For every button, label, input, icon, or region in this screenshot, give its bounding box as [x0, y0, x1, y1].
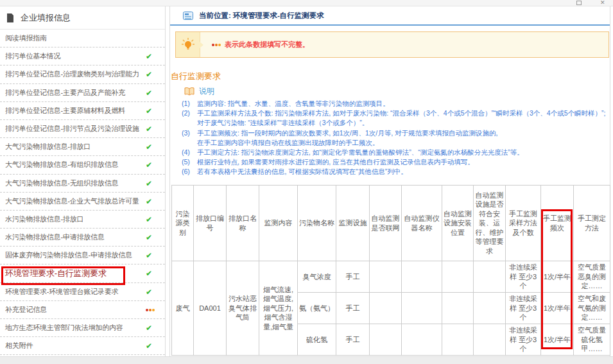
alert-icon-box — [176, 32, 200, 57]
check-icon: ✔ — [146, 179, 152, 188]
col-header-manual-method: 手工测定方法 — [574, 186, 610, 261]
bottom-strip — [0, 356, 613, 364]
annotation-box-frequency-column — [541, 209, 573, 349]
cell-sampling: 非连续采样 至少3个 — [506, 324, 541, 356]
incomplete-icon — [212, 44, 221, 46]
cell-auto-compliance — [474, 324, 506, 356]
cell-facility: 手工 — [336, 324, 370, 356]
breadcrumb: 当前位置: 环境管理要求-自行监测要求 — [170, 6, 610, 26]
col-header-auto-compliance: 自动监测设施是否符合安装、运行、维护等管理要求 — [474, 186, 506, 261]
sidebar-item-air-outlet[interactable]: 大气污染物排放信息-排放口✔ — [0, 138, 165, 156]
check-icon: ✔ — [146, 89, 152, 98]
check-icon: ✔ — [146, 342, 152, 351]
sidebar-item-water-apply[interactable]: 水污染物排放信息-申请排放信息✔ — [0, 229, 165, 247]
note-item: (3)手工监测频次: 指一段时期内的监测次数要求, 如1次/周、1次/月等, 对… — [182, 128, 610, 148]
check-icon: ✔ — [146, 52, 152, 61]
check-icon: ✔ — [146, 324, 152, 333]
cell-facility: 手工 — [336, 293, 370, 324]
col-header-outlet-no: 排放口编号 — [194, 186, 227, 261]
book-icon — [184, 87, 194, 96]
sidebar-item-supplementary-registration[interactable]: 补充登记信息 — [0, 301, 165, 319]
cell-sampling: 非连续采样 至少3个 — [506, 293, 541, 324]
col-header-auto-device-name: 自动监测仪器名称 — [402, 186, 442, 261]
check-icon: ✔ — [146, 143, 152, 152]
cell-outlet-name: 污水站恶臭气体排气筒 — [227, 261, 259, 356]
notes-list: (1)监测内容: 指气量、水量、温度、含氧量等非污染物的监测项目。 (2)手工监… — [182, 99, 610, 177]
check-icon: ✔ — [146, 197, 152, 206]
note-label: 说明 — [199, 86, 214, 97]
check-icon: ✔ — [146, 70, 152, 79]
check-icon: ✔ — [146, 233, 152, 242]
cell-sampling: 非连续采样 至少3个 — [506, 261, 541, 293]
alert-banner: 表示此条数据填写不完整。 — [175, 31, 609, 58]
window-maximize-icon[interactable] — [576, 1, 582, 5]
cell-auto-connected — [370, 324, 402, 356]
sidebar-item-registration-products[interactable]: 排污单位登记信息-主要产品及产能补充✔ — [0, 84, 165, 102]
alert-message-row: 表示此条数据填写不完整。 — [200, 32, 309, 57]
sidebar-item-air-organized[interactable]: 大气污染物排放信息-有组织排放信息✔ — [0, 156, 165, 174]
sidebar-item-basic-info[interactable]: 排污单位基本情况✔ — [0, 48, 165, 65]
col-header-manual-sampling: 手工监测采样方法及个数 — [506, 186, 541, 261]
note-item: (1)监测内容: 指气量、水量、温度、含氧量等非污染物的监测项目。 — [182, 99, 610, 108]
cell-auto-compliance — [474, 293, 506, 324]
newspaper-icon — [183, 12, 193, 20]
sidebar-title: 企业填报信息 — [21, 12, 71, 24]
cell-method: 空气质量恶臭的测定…… — [574, 261, 610, 293]
sidebar-item-water-outlet[interactable]: 水污染物排放信息-排放口✔ — [0, 211, 165, 229]
cell-source-type: 废气 — [172, 261, 194, 356]
cell-auto-device — [402, 261, 442, 293]
cell-auto-device — [402, 293, 442, 324]
check-icon: ✔ — [146, 215, 152, 224]
lightbulb-icon — [181, 38, 195, 52]
note-item: (4)手工测定方法: 指污染物浓度测定方法, 如“测定化学需氧量的重铬酸钾法”、… — [182, 148, 610, 157]
sidebar-item-reading-guide[interactable]: 阅读填报指南 — [0, 30, 165, 48]
sidebar-item-air-unorganized[interactable]: 大气污染物排放信息-无组织排放信息✔ — [0, 175, 165, 193]
sidebar: 企业填报信息 阅读填报指南 排污单位基本情况✔ 排污单位登记信息-治理废物类别与… — [0, 6, 166, 356]
alert-message: 表示此条数据填写不完整。 — [225, 40, 309, 49]
cell-pollutant: 硫化氢 — [298, 324, 336, 356]
note-header: 说明 — [184, 86, 610, 97]
window-titlebar: ✕ — [0, 0, 613, 6]
sidebar-item-registration-nodes[interactable]: 排污单位登记信息-排污节点及污染治理设施✔ — [0, 120, 165, 138]
col-header-monitor-facility: 监测设施 — [336, 186, 370, 261]
col-header-pollutant-name: 污染物名称 — [298, 186, 336, 261]
cell-auto-connected — [370, 261, 402, 293]
sidebar-item-registration-materials[interactable]: 排污单位登记信息-主要原辅材料及燃料✔ — [0, 102, 165, 120]
cell-auto-position — [442, 324, 474, 356]
note-item: (5)根据行业特点, 如果需要对雨排水进行监测的, 应当在其他自行监测及记录信息… — [182, 157, 610, 167]
sidebar-item-registration-waste-types[interactable]: 排污单位登记信息-治理废物类别与治理能力✔ — [0, 65, 165, 83]
window-close-icon[interactable]: ✕ — [600, 0, 605, 6]
check-icon: ✔ — [146, 269, 152, 278]
col-header-auto-connected: 自动监测是否联网 — [370, 186, 402, 261]
sidebar-item-solid-waste[interactable]: 固体废弃物污染物排放信息-申请排放信息✔ — [0, 247, 165, 264]
sidebar-item-local-authority-content[interactable]: 地方生态环境主管部门依法增加的内容✔ — [0, 319, 165, 337]
check-icon: ✔ — [146, 251, 152, 260]
col-header-auto-install-position: 自动监测设施安装位置 — [442, 186, 474, 261]
cell-method: 空气质量硫化氢甲…… — [574, 324, 610, 356]
check-icon: ✔ — [146, 125, 152, 134]
section-title: 自行监测要求 — [171, 71, 610, 82]
page: ✕ 企业填报信息 阅读填报指南 排污单位基本情况✔ 排污单位登记信息-治理废物类… — [0, 0, 613, 364]
cell-auto-compliance — [474, 261, 506, 293]
cell-method: 空气和废气氨的测定…… — [574, 293, 610, 324]
col-header-outlet-name: 排放口名称 — [227, 186, 259, 261]
sidebar-item-attachments[interactable]: 相关附件✔ — [0, 337, 165, 355]
current-location-label: 当前位置: 环境管理要求-自行监测要求 — [199, 11, 324, 21]
sidebar-item-air-total-permit[interactable]: 大气污染物排放信息-企业大气排放总许可量✔ — [0, 193, 165, 211]
note-item: (6)若有本表格中无法囊括的信息, 可根据实际情况填写在“其他信息”列中。 — [182, 167, 610, 177]
incomplete-icon — [145, 309, 155, 311]
document-icon — [6, 13, 14, 22]
cell-outlet-no: DA001 — [194, 261, 227, 356]
col-header-monitor-content: 监测内容 — [259, 186, 298, 261]
col-header-source-type: 污染源类别 — [172, 186, 194, 261]
cell-auto-position — [442, 261, 474, 293]
annotation-box-sidebar-item — [1, 266, 125, 285]
cell-auto-position — [442, 293, 474, 324]
check-icon: ✔ — [146, 288, 152, 297]
sidebar-item-ledger-records[interactable]: 环境管理要求-环境管理台账记录要求✔ — [0, 283, 165, 301]
cell-pollutant: 臭气浓度 — [298, 261, 336, 293]
cell-pollutant: 氨（氨气） — [298, 293, 336, 324]
check-icon: ✔ — [146, 160, 152, 169]
note-item: (2)手工监测采样方法及个数: 指污染物采样方法, 如对于废水污染物: “混合采… — [182, 108, 610, 128]
check-icon: ✔ — [146, 107, 152, 116]
